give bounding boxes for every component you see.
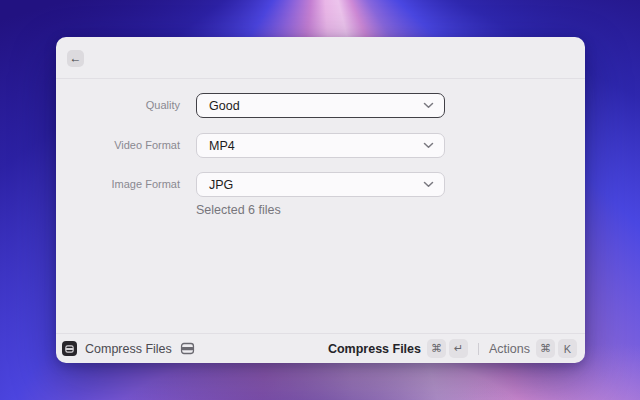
primary-action-label: Compress Files <box>328 342 421 356</box>
back-button[interactable]: ← <box>67 50 84 67</box>
footer-app-info: Compress Files <box>62 341 195 356</box>
image-format-value: JPG <box>209 178 233 192</box>
cmd-key-badge: ⌘ <box>536 339 555 358</box>
chevron-down-icon <box>423 102 434 109</box>
image-format-row: Image Format JPG <box>56 172 585 197</box>
footer-separator <box>478 343 479 355</box>
selected-files-note: Selected 6 files <box>196 203 281 217</box>
primary-action-button[interactable]: Compress Files ⌘ ↵ <box>328 339 468 358</box>
footer: Compress Files Compress Files ⌘ ↵ Action… <box>56 334 585 363</box>
quality-dropdown[interactable]: Good <box>196 93 445 118</box>
footer-app-name: Compress Files <box>85 342 172 356</box>
cmd-key-badge: ⌘ <box>427 339 446 358</box>
image-format-label: Image Format <box>56 172 180 197</box>
return-key-badge: ↵ <box>449 339 468 358</box>
video-format-value: MP4 <box>209 139 235 153</box>
back-arrow-icon: ← <box>70 50 82 67</box>
video-format-row: Video Format MP4 <box>56 133 585 158</box>
compress-icon <box>180 342 195 355</box>
k-key-badge: K <box>558 339 577 358</box>
video-format-dropdown[interactable]: MP4 <box>196 133 445 158</box>
video-format-label: Video Format <box>56 133 180 158</box>
footer-actions: Compress Files ⌘ ↵ Actions ⌘ K <box>328 339 577 358</box>
quality-row: Quality Good <box>56 93 585 118</box>
quality-value: Good <box>209 99 240 113</box>
actions-label: Actions <box>489 342 530 356</box>
compress-files-app-icon <box>62 341 77 356</box>
header-divider <box>56 78 585 79</box>
chevron-down-icon <box>423 142 434 149</box>
chevron-down-icon <box>423 181 434 188</box>
actions-menu-button[interactable]: Actions ⌘ K <box>489 339 577 358</box>
quality-label: Quality <box>56 93 180 118</box>
raycast-window: ← Quality Good Video Format MP4 Image Fo… <box>56 37 585 363</box>
image-format-dropdown[interactable]: JPG <box>196 172 445 197</box>
